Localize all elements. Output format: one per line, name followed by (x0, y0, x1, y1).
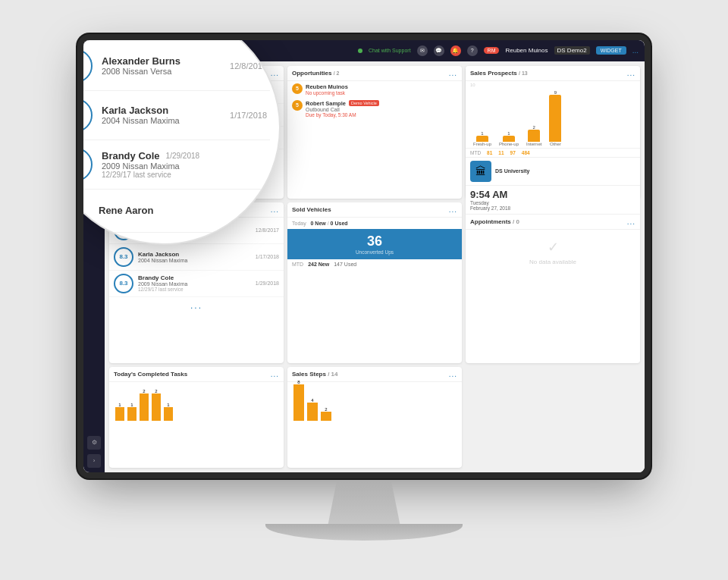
opp-score-1: 5 (292, 83, 303, 94)
tasks-header: Today's Completed Tasks ... (109, 367, 284, 382)
dealership-name: DS Demo2 (554, 46, 590, 55)
task-rect-1 (115, 407, 124, 421)
mtd-val-other: 484 (522, 150, 530, 155)
step-rect-1 (293, 384, 304, 421)
tasks-menu[interactable]: ... (271, 370, 279, 378)
sold-mtd-label: MTD (292, 262, 303, 267)
support-label: Chat with Support (369, 48, 411, 53)
sidebar-item-link[interactable]: 🔗 (87, 139, 101, 152)
opp-name-1: Reuben Muinos (306, 83, 457, 90)
sidebar-item-person[interactable]: 👤 (87, 102, 101, 116)
appointments-section: Appointments / 0 ... ✓ No data available (466, 214, 640, 275)
ping-car-2: 2004 Nissan Maxima (138, 258, 251, 263)
opportunities-menu[interactable]: ... (449, 69, 457, 77)
ds-university-label: DS University (495, 168, 530, 174)
sold-today-label: Today 0 New / 0 Used (287, 218, 462, 229)
ping-name-3: Brandy Cole (138, 274, 251, 281)
ping-badge-1: 8.4 (114, 221, 133, 240)
lead-date-2: Due by 2/23/2018, 1:18 PM (114, 118, 279, 124)
ping-date-2: 1/17/2018 (256, 254, 279, 259)
mtd-val-phoneup: 11 (498, 150, 504, 155)
no-data-icon: ✓ (548, 239, 559, 256)
top-nav-left: DealerSocket (89, 47, 133, 55)
lead-item-2: Greg Norman Web Lead Due by 2/23/2018, 1… (109, 104, 284, 127)
sidebar-item-chart[interactable]: 📊 (87, 121, 101, 134)
tasks-title: Today's Completed Tasks (114, 371, 187, 378)
step-rect-3 (321, 412, 331, 421)
lead-type-1: Web Lead (114, 90, 279, 96)
chat-icon[interactable]: 💬 (434, 45, 444, 56)
opportunities-widget: Opportunities / 2 ... 5 Reuben Muinos No… (287, 66, 462, 199)
mtd-label: MTD (470, 150, 481, 155)
bar-lbl-internet: Internet (526, 142, 541, 146)
main-layout: ⌂ 🔍 👤 📊 🔗 ⚙ › Unread Web Leads / (83, 61, 645, 472)
ping-item-3: 8.3 Brandy Cole 2009 Nissan Maxima 12/29… (109, 271, 284, 297)
sold-mtd-used: 147 Used (334, 262, 356, 267)
sales-prospects-menu[interactable]: ... (627, 69, 635, 77)
ping-badge-2: 8.3 (114, 247, 133, 267)
time-display: 9:54 AM (470, 189, 635, 200)
bar-chart-area: 1 Fresh-up 1 Phone-up 2 (466, 87, 640, 148)
task-bar-1: 1 (115, 403, 124, 421)
notification-icon[interactable]: 🔔 (450, 45, 461, 56)
sales-steps-widget: Sales Steps / 14 ... 8 4 (287, 367, 462, 468)
step-rect-2 (307, 403, 318, 421)
bar-lbl-other: Other (550, 142, 561, 146)
widget-button[interactable]: WIDGET (596, 46, 626, 55)
bar-val-freshup: 1 (481, 131, 483, 136)
sales-steps-menu[interactable]: ... (449, 370, 457, 378)
task-bar-2: 1 (127, 403, 136, 421)
opp-score-2: 5 (292, 100, 303, 111)
content-area: Unread Web Leads / 80 ... Gary Stock Web… (105, 61, 645, 472)
sold-vehicles-menu[interactable]: ... (449, 205, 457, 214)
tasks-widget: Today's Completed Tasks ... 1 1 (109, 367, 284, 468)
time-day: Tuesday (470, 200, 635, 205)
unconverted-count: 36 (292, 234, 457, 249)
sidebar-item-search[interactable]: 🔍 (87, 84, 101, 98)
ping-more[interactable]: ... (109, 297, 284, 314)
ping-car-3: 2009 Nissan Maxima (138, 281, 251, 287)
lead-date-3: Due by 2/20/2018, 7:00 AM (114, 141, 279, 146)
bar-rect-internet (528, 130, 540, 142)
task-bar-3: 2 (140, 389, 149, 421)
sales-steps-header: Sales Steps / 14 ... (287, 367, 462, 382)
bar-other: 9 Other (549, 90, 561, 146)
sidebar-expand[interactable]: › (87, 454, 101, 468)
ping-name-1: Alexander Burns (138, 224, 251, 231)
opportunities-header: Opportunities / 2 ... (287, 66, 462, 81)
lead-type-2: Web Lead (114, 113, 279, 118)
web-leads-count: / 80 (170, 71, 179, 76)
lead-date-1: Due by 2/23/2018, 1:23 PM (114, 96, 279, 101)
step-bar-1: 8 (293, 380, 304, 421)
task-rect-3 (140, 393, 149, 421)
monitor-base (265, 524, 463, 541)
ping-info-2: Karla Jackson 2004 Nissan Maxima (138, 251, 251, 263)
ping-score-header: Ping Score / 20 ... (109, 202, 284, 218)
ping-score-menu[interactable]: ... (271, 205, 279, 214)
lead-name-3: David Carroll (114, 129, 279, 136)
task-bar-4: 2 (152, 389, 161, 421)
sales-steps-count: / 14 (328, 371, 337, 378)
bar-freshup: 1 Fresh-up (473, 131, 491, 146)
bar-val-phoneup: 1 (507, 131, 510, 136)
task-bar-5: 1 (164, 403, 173, 421)
email-icon[interactable]: ✉ (417, 45, 428, 56)
bar-val-internet: 2 (533, 125, 535, 130)
appointments-menu[interactable]: ... (627, 218, 635, 226)
lead-name-1: Gary Stock (114, 83, 279, 90)
step-bar-2: 4 (307, 398, 318, 421)
bar-phoneup: 1 Phone-up (499, 131, 519, 146)
online-indicator (358, 49, 362, 53)
task-rect-2 (127, 407, 136, 421)
widget-dots[interactable]: ... (632, 46, 639, 55)
appointments-header: Appointments / 0 ... (466, 215, 640, 230)
help-icon[interactable]: ? (467, 45, 478, 56)
no-data-label: No data available (529, 259, 576, 265)
opp-detail-2: Due by Today, 5:30 AM (306, 112, 457, 118)
sidebar-item-home[interactable]: ⌂ (87, 66, 101, 80)
ping-badge-3: 8.3 (114, 274, 133, 293)
ds-university-row: 🏛 DS University (466, 157, 640, 185)
opp-item-2: 5 Robert Sample Demo Vehicle Outbound Ca… (287, 98, 462, 120)
sidebar-item-settings[interactable]: ⚙ (87, 436, 101, 450)
web-leads-menu[interactable]: ... (271, 69, 279, 77)
